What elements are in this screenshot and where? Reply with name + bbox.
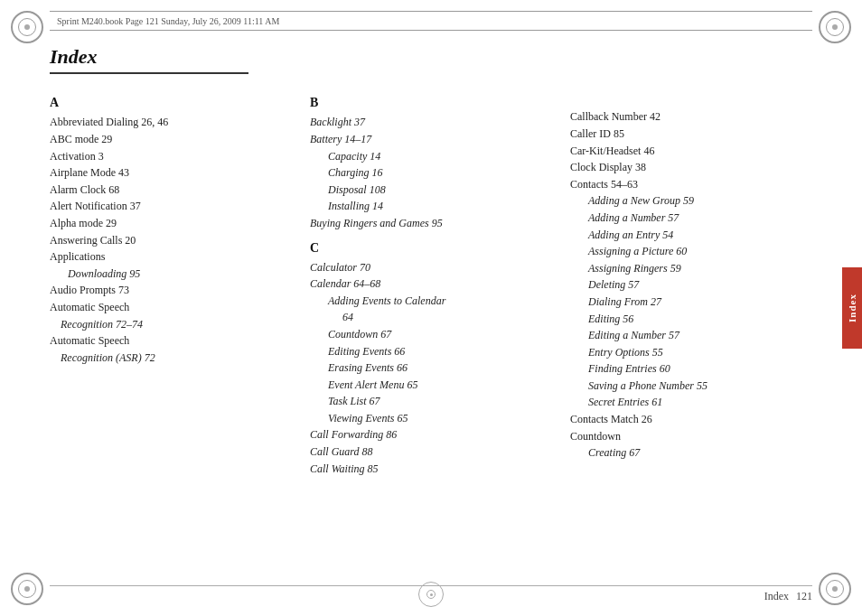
- list-item: Creating 67: [570, 444, 820, 462]
- list-item: Saving a Phone Number 55: [570, 378, 820, 395]
- list-item: Alert Notification 37: [50, 198, 299, 215]
- list-item: Automatic Speech: [50, 332, 299, 350]
- list-item: Abbreviated Dialing 26, 46: [50, 114, 299, 131]
- list-item: Adding a Number 57: [570, 210, 820, 227]
- list-item: Countdown 67: [310, 326, 559, 343]
- list-item: Alarm Clock 68: [50, 182, 299, 199]
- list-item: Viewing Events 65: [310, 410, 559, 427]
- list-item: Applications: [50, 248, 299, 266]
- list-item: Downloading 95: [50, 266, 299, 283]
- list-item: 64: [310, 309, 559, 326]
- list-item: Backlight 37: [310, 114, 559, 131]
- list-item: Contacts 54–63: [570, 176, 820, 193]
- bottom-center-decoration: [418, 582, 444, 607]
- list-item: Call Guard 88: [310, 443, 559, 461]
- corner-decoration-bl: [11, 573, 43, 605]
- list-item: Installing 14: [310, 198, 559, 215]
- list-item: Clock Display 38: [570, 159, 820, 176]
- list-item: Battery 14–17: [310, 131, 559, 148]
- list-item: Caller ID 85: [570, 126, 820, 143]
- list-item: Secret Entries 61: [570, 394, 820, 411]
- column-3: Callback Number 42 Caller ID 85 Car-Kit/…: [570, 90, 830, 575]
- footer-page-number: 121: [796, 590, 812, 603]
- list-item: Adding Events to Calendar: [310, 293, 559, 310]
- list-item: Airplane Mode 43: [50, 164, 299, 182]
- list-item: Countdown: [570, 428, 820, 445]
- list-item: ABC mode 29: [50, 131, 299, 148]
- list-item: Finding Entries 60: [570, 360, 820, 378]
- list-item: Contacts Match 26: [570, 411, 820, 428]
- corner-decoration-tr: [819, 11, 851, 43]
- index-columns: A Abbreviated Dialing 26, 46 ABC mode 29…: [50, 90, 830, 575]
- list-item: Assigning Ringers 59: [570, 260, 820, 277]
- list-item: Task List 67: [310, 393, 559, 410]
- list-item: Erasing Events 66: [310, 359, 559, 377]
- list-item: Event Alert Menu 65: [310, 377, 559, 394]
- index-side-tab: Index: [842, 267, 862, 349]
- list-item: Recognition 72–74: [50, 316, 299, 333]
- list-item: Buying Ringers and Games 95: [310, 215, 559, 232]
- list-item: Entry Options 55: [570, 344, 820, 361]
- list-item: Callback Number 42: [570, 108, 820, 126]
- corner-decoration-br: [819, 573, 851, 605]
- footer-label: Index: [764, 590, 789, 603]
- column-1: A Abbreviated Dialing 26, 46 ABC mode 29…: [50, 90, 310, 575]
- list-item: Automatic Speech: [50, 299, 299, 316]
- page-header: Sprint M240.book Page 121 Sunday, July 2…: [50, 11, 812, 31]
- list-item: Activation 3: [50, 148, 299, 165]
- section-letter-c: C: [310, 241, 559, 256]
- header-text: Sprint M240.book Page 121 Sunday, July 2…: [57, 16, 279, 26]
- list-item: Disposal 108: [310, 182, 559, 199]
- list-item: Alpha mode 29: [50, 215, 299, 232]
- page-title: Index: [50, 45, 830, 69]
- list-item: Editing 56: [570, 311, 820, 328]
- list-item: Assigning a Picture 60: [570, 243, 820, 260]
- list-item: Dialing From 27: [570, 294, 820, 311]
- list-item: Call Waiting 85: [310, 461, 559, 478]
- list-item: Call Forwarding 86: [310, 426, 559, 443]
- list-item: Audio Prompts 73: [50, 282, 299, 299]
- list-item: Car-Kit/Headset 46: [570, 143, 820, 160]
- list-item: Adding a New Group 59: [570, 192, 820, 210]
- list-item: Calendar 64–68: [310, 275, 559, 293]
- list-item: Editing Events 66: [310, 343, 559, 360]
- list-item: Answering Calls 20: [50, 232, 299, 249]
- list-item: Adding an Entry 54: [570, 227, 820, 244]
- footer-text: Index 121: [764, 590, 812, 603]
- list-item: Calculator 70: [310, 259, 559, 276]
- section-letter-b: B: [310, 96, 559, 110]
- title-underline: [50, 72, 248, 74]
- list-item: Charging 16: [310, 164, 559, 182]
- column-2: B Backlight 37 Battery 14–17 Capacity 14…: [310, 90, 570, 575]
- list-item: Editing a Number 57: [570, 327, 820, 344]
- list-item: Capacity 14: [310, 148, 559, 165]
- list-item: Deleting 57: [570, 276, 820, 294]
- section-letter-a: A: [50, 96, 299, 110]
- main-content: Index A Abbreviated Dialing 26, 46 ABC m…: [50, 45, 830, 575]
- corner-decoration-tl: [11, 11, 43, 43]
- list-item: Recognition (ASR) 72: [50, 350, 299, 367]
- side-tab-label: Index: [847, 294, 857, 322]
